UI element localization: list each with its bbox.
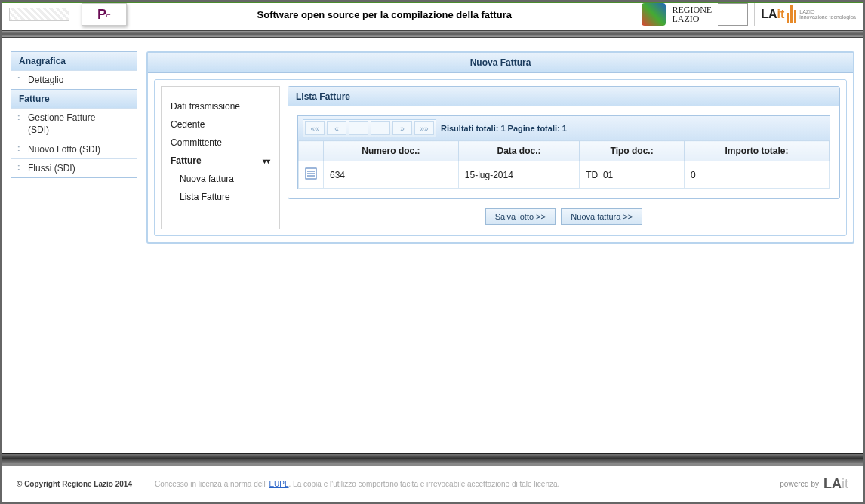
copyright-text: © Copyright Regione Lazio 2014 (17, 480, 132, 488)
cell-numero: 634 (324, 161, 459, 189)
chevron-down-icon: ▾▾ (263, 157, 270, 165)
pager-bar: «« « » »» Risultati totali: 1 Pagine tot… (298, 116, 830, 140)
lait-logo: LAit LAZIO innovazione tecnologica (754, 3, 856, 26)
cell-importo: 0 (684, 161, 829, 189)
sidebar-item-flussi[interactable]: Flussi (SDI) (11, 158, 137, 177)
page-title: Software open source per la compilazione… (127, 9, 642, 20)
step-nuova-fattura[interactable]: Nuova fattura (169, 170, 272, 188)
regione-lazio-icon (642, 3, 666, 26)
sidebar: Anagrafica Dettaglio Fatture Gestione Fa… (11, 51, 137, 178)
pager-next-button[interactable]: » (392, 121, 412, 135)
sidebar-section-fatture: Fatture (11, 89, 137, 108)
sidebar-item-gestione-fatture[interactable]: Gestione Fatture (SDI) (11, 108, 137, 140)
pager-page-button[interactable] (371, 121, 390, 135)
panel-title: Lista Fatture (288, 87, 839, 106)
wizard-steps: Dati trasmissione Cedente Committente Fa… (161, 86, 280, 229)
pager-last-button[interactable]: »» (414, 121, 434, 135)
table-header-action (299, 141, 324, 161)
eupl-link[interactable]: EUPL (269, 480, 288, 488)
brand-mark: P⌐ (82, 3, 127, 26)
license-text: Concesso in licenza a norma dell' EUPL. … (155, 480, 757, 488)
step-committente[interactable]: Committente (169, 134, 272, 152)
pager-page-button[interactable] (349, 121, 368, 135)
table-header-importo: Importo totale: (684, 141, 829, 161)
step-lista-fatture[interactable]: Lista Fatture (169, 188, 272, 206)
footer-divider (2, 453, 863, 463)
logo-image (9, 8, 69, 21)
divider-band (2, 30, 863, 38)
footer: © Copyright Regione Lazio 2014 Concesso … (2, 466, 863, 502)
pager-counts: Risultati totali: 1 Pagine totali: 1 (441, 124, 567, 133)
nuova-fattura-button[interactable]: Nuova fattura >> (561, 208, 642, 225)
table-header-numero: Numero doc.: (324, 141, 459, 161)
powered-by: powered by LAit (780, 476, 848, 492)
main-title: Nuova Fattura (148, 53, 853, 73)
pager-prev-button[interactable]: « (327, 121, 346, 135)
cell-data: 15-lug-2014 (458, 161, 579, 189)
salva-lotto-button[interactable]: Salva lotto >> (485, 208, 556, 225)
table-header-data: Data doc.: (458, 141, 579, 161)
pager-first-button[interactable]: «« (305, 121, 325, 135)
sidebar-item-nuovo-lotto[interactable]: Nuovo Lotto (SDI) (11, 140, 137, 158)
table-row[interactable]: 634 15-lug-2014 TD_01 0 (299, 161, 830, 189)
table-header-tipo: Tipo doc.: (580, 141, 685, 161)
sidebar-item-dettaglio[interactable]: Dettaglio (11, 70, 137, 89)
cell-tipo: TD_01 (580, 161, 685, 189)
fatture-table: Numero doc.: Data doc.: Tipo doc.: Impor… (298, 140, 830, 189)
sidebar-section-anagrafica: Anagrafica (11, 52, 137, 70)
page-header: P⌐ Software open source per la compilazi… (2, 3, 863, 30)
step-cedente[interactable]: Cedente (169, 115, 272, 134)
regione-lazio-label: REGIONE LAZIO (672, 5, 712, 23)
step-fatture[interactable]: Fatture ▾▾ (169, 152, 272, 170)
step-dati-trasmissione[interactable]: Dati trasmissione (169, 97, 272, 115)
lista-fatture-panel: Lista Fatture «« « (288, 86, 840, 199)
view-row-icon[interactable] (305, 167, 317, 180)
decorative-frame (718, 3, 748, 26)
